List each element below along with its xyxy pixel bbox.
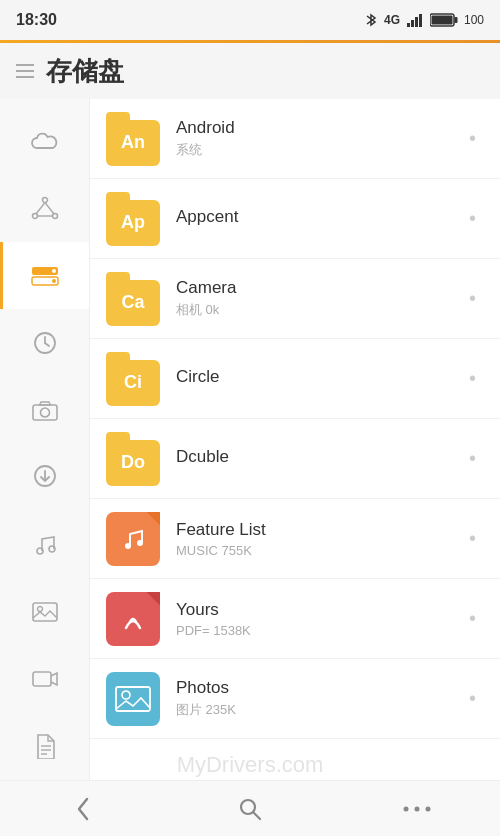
folder-icon-circle: Ci [106, 352, 160, 406]
svg-point-32 [125, 543, 131, 549]
status-icons: 4G 100 [364, 12, 484, 28]
search-button[interactable] [220, 781, 280, 837]
folder-icon-dcuble: Do [106, 432, 160, 486]
back-button[interactable] [53, 781, 113, 837]
search-icon [237, 796, 263, 822]
svg-rect-26 [33, 603, 57, 621]
download-icon [33, 464, 57, 490]
file-info-appcent: Appcent [176, 207, 461, 230]
menu-button[interactable] [16, 64, 34, 78]
more-icon-camera[interactable]: • [461, 283, 484, 314]
camera-icon [31, 399, 59, 421]
sidebar-item-recent[interactable] [0, 309, 89, 376]
svg-line-11 [45, 202, 54, 214]
file-name-camera: Camera [176, 278, 461, 298]
music-icon [32, 531, 58, 557]
more-icon-featurelist[interactable]: • [461, 523, 484, 554]
battery-percent: 100 [464, 13, 484, 27]
list-item[interactable]: An Android 系统 • [90, 99, 500, 179]
list-item[interactable]: Yours PDF= 1538K • [90, 579, 500, 659]
list-item[interactable]: Ci Circle • [90, 339, 500, 419]
file-name-dcuble: Dcuble [176, 447, 461, 467]
video-icon [31, 668, 59, 690]
document-icon [34, 733, 56, 759]
svg-line-37 [253, 812, 260, 819]
main-content: An Android 系统 • Ap Appcent • Ca [0, 99, 500, 780]
sidebar-item-download[interactable] [0, 443, 89, 510]
bottom-nav [0, 780, 500, 836]
sidebar-item-storage[interactable] [0, 242, 89, 309]
more-icon-photos[interactable]: • [461, 683, 484, 714]
file-info-dcuble: Dcuble [176, 447, 461, 470]
file-meta-photos: 图片 235K [176, 701, 461, 719]
signal-bars-icon [406, 13, 424, 27]
bluetooth-icon [364, 12, 378, 28]
svg-point-21 [40, 408, 49, 417]
network-icon [31, 196, 59, 220]
svg-point-35 [122, 691, 130, 699]
image-icon [31, 600, 59, 624]
svg-point-15 [52, 269, 56, 273]
header: 存储盘 [0, 43, 500, 99]
list-item[interactable]: Photos 图片 235K • [90, 659, 500, 739]
clock-icon [32, 330, 58, 356]
file-meta-camera: 相机 0k [176, 301, 461, 319]
file-info-android: Android 系统 [176, 118, 461, 159]
sidebar-item-network[interactable] [0, 174, 89, 241]
file-meta-yours: PDF= 1538K [176, 623, 461, 638]
list-item[interactable]: Feature List MUSIC 755K • [90, 499, 500, 579]
more-icon-dcuble[interactable]: • [461, 443, 484, 474]
sidebar-item-video[interactable] [0, 645, 89, 712]
list-item[interactable]: Ca Camera 相机 0k • [90, 259, 500, 339]
svg-point-27 [37, 606, 42, 611]
folder-label-dcuble: Do [106, 440, 160, 486]
sidebar-item-cloud[interactable] [0, 107, 89, 174]
sidebar [0, 99, 90, 780]
more-icon-android[interactable]: • [461, 123, 484, 154]
pdf-icon [118, 604, 148, 634]
list-item[interactable]: Ap Appcent • [90, 179, 500, 259]
list-item[interactable]: Do Dcuble • [90, 419, 500, 499]
file-name-circle: Circle [176, 367, 461, 387]
more-button[interactable] [387, 781, 447, 837]
file-list: An Android 系统 • Ap Appcent • Ca [90, 99, 500, 780]
svg-rect-34 [116, 687, 150, 711]
folder-icon-android: An [106, 112, 160, 166]
file-icon-featurelist [106, 512, 160, 566]
svg-point-9 [52, 213, 57, 218]
svg-point-7 [42, 197, 47, 202]
file-icon-photos [106, 672, 160, 726]
more-icon-appcent[interactable]: • [461, 203, 484, 234]
svg-point-33 [137, 540, 143, 546]
file-info-circle: Circle [176, 367, 461, 390]
svg-rect-2 [415, 17, 418, 27]
more-dots-icon [401, 804, 433, 814]
photo-icon [113, 681, 153, 717]
file-meta-featurelist: MUSIC 755K [176, 543, 461, 558]
folder-icon-camera: Ca [106, 272, 160, 326]
cloud-icon [31, 130, 59, 152]
sidebar-item-document[interactable] [0, 713, 89, 780]
sidebar-item-music[interactable] [0, 511, 89, 578]
svg-rect-6 [431, 16, 452, 25]
more-icon-yours[interactable]: • [461, 603, 484, 634]
folder-label-appcent: Ap [106, 200, 160, 246]
svg-line-10 [36, 202, 45, 214]
folder-icon-appcent: Ap [106, 192, 160, 246]
svg-point-39 [414, 806, 419, 811]
sidebar-item-photos[interactable] [0, 578, 89, 645]
file-info-yours: Yours PDF= 1538K [176, 600, 461, 638]
file-meta-android: 系统 [176, 141, 461, 159]
page-title: 存储盘 [46, 54, 124, 89]
status-bar: 18:30 4G 100 [0, 0, 500, 40]
svg-point-16 [52, 279, 56, 283]
more-icon-circle[interactable]: • [461, 363, 484, 394]
storage-icon [30, 263, 60, 287]
signal-4g: 4G [384, 13, 400, 27]
sidebar-item-camera[interactable] [0, 376, 89, 443]
file-icon-yours [106, 592, 160, 646]
file-info-camera: Camera 相机 0k [176, 278, 461, 319]
file-name-appcent: Appcent [176, 207, 461, 227]
file-info-photos: Photos 图片 235K [176, 678, 461, 719]
svg-rect-3 [419, 14, 422, 27]
